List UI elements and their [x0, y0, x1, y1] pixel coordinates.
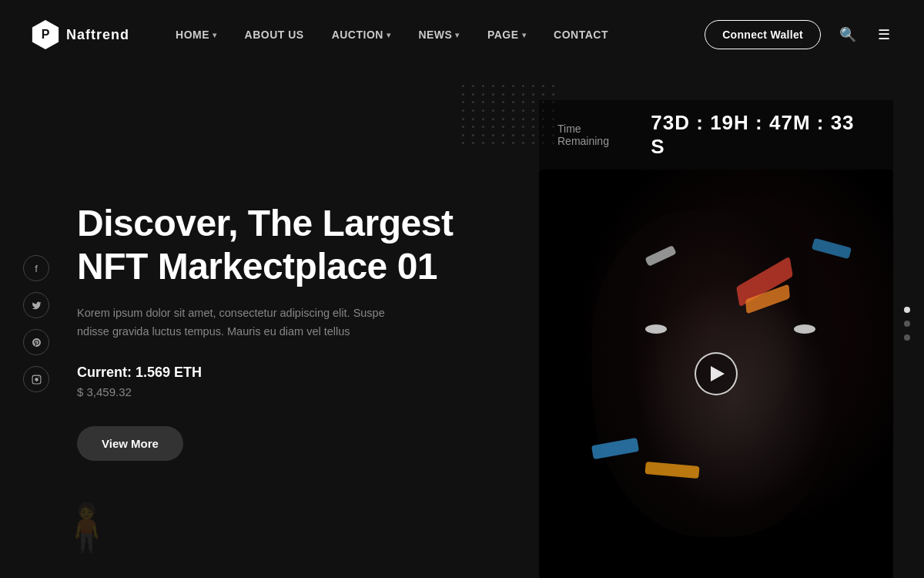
instagram-icon[interactable] — [23, 366, 49, 392]
social-sidebar: f — [23, 255, 49, 392]
current-price-eth: Current: 1.569 ETH — [77, 365, 493, 381]
nft-card — [539, 170, 893, 578]
chevron-down-icon: ▾ — [455, 31, 460, 39]
dot-3[interactable] — [904, 334, 910, 341]
nav-item-home[interactable]: HOME ▾ — [176, 29, 217, 41]
nav-item-contact[interactable]: CONTACT — [554, 29, 608, 41]
hero-left: Discover, The Largest NFT Markectplace 0… — [0, 69, 539, 578]
nav-item-auction[interactable]: AUCTION ▾ — [332, 29, 391, 41]
play-button[interactable] — [695, 352, 738, 395]
slide-dots — [904, 307, 910, 341]
dot-1[interactable] — [904, 307, 910, 313]
facebook-icon[interactable]: f — [23, 255, 49, 281]
pinterest-icon[interactable] — [23, 329, 49, 355]
nav-right: Connect Wallet 🔍 ☰ — [705, 20, 893, 49]
hamburger-menu-icon[interactable]: ☰ — [875, 23, 893, 46]
twitter-icon[interactable] — [23, 292, 49, 318]
timer-value: 73D : 19H : 47M : 33 S — [651, 111, 875, 159]
timer-bar: Time Remaining 73D : 19H : 47M : 33 S — [539, 100, 893, 170]
chevron-down-icon: ▾ — [387, 31, 391, 39]
hero-title: Discover, The Largest NFT Markectplace 0… — [77, 202, 493, 287]
logo[interactable]: P Naftrend — [31, 20, 129, 49]
navbar: P Naftrend HOME ▾ ABOUT US AUCTION ▾ NEW… — [0, 0, 924, 69]
dot-2[interactable] — [904, 321, 910, 327]
nav-item-about[interactable]: ABOUT US — [245, 29, 304, 41]
play-triangle-icon — [711, 366, 725, 381]
logo-icon: P — [31, 20, 60, 49]
timer-label: Time Remaining — [557, 123, 635, 147]
hero-right: Time Remaining 73D : 19H : 47M : 33 S — [539, 69, 924, 578]
view-more-button[interactable]: View More — [77, 426, 183, 461]
current-price-usd: $ 3,459.32 — [77, 385, 493, 398]
hero-description: Korem ipsum dolor sit amet, consectetur … — [77, 304, 400, 341]
connect-wallet-button[interactable]: Connect Wallet — [705, 20, 821, 49]
chevron-down-icon: ▾ — [213, 31, 217, 39]
nav-item-page[interactable]: PAGE ▾ — [487, 29, 526, 41]
nav-item-news[interactable]: NEWS ▾ — [418, 29, 460, 41]
hero-section: f Discover, The Largest NFT Markectplace… — [0, 69, 924, 578]
search-icon[interactable]: 🔍 — [836, 23, 859, 46]
chevron-down-icon: ▾ — [522, 31, 527, 39]
nav-links: HOME ▾ ABOUT US AUCTION ▾ NEWS ▾ PAGE ▾ … — [176, 29, 705, 41]
nft-image — [539, 170, 893, 578]
decorative-figure: 🧍 — [58, 500, 116, 555]
logo-text: Naftrend — [66, 27, 129, 43]
